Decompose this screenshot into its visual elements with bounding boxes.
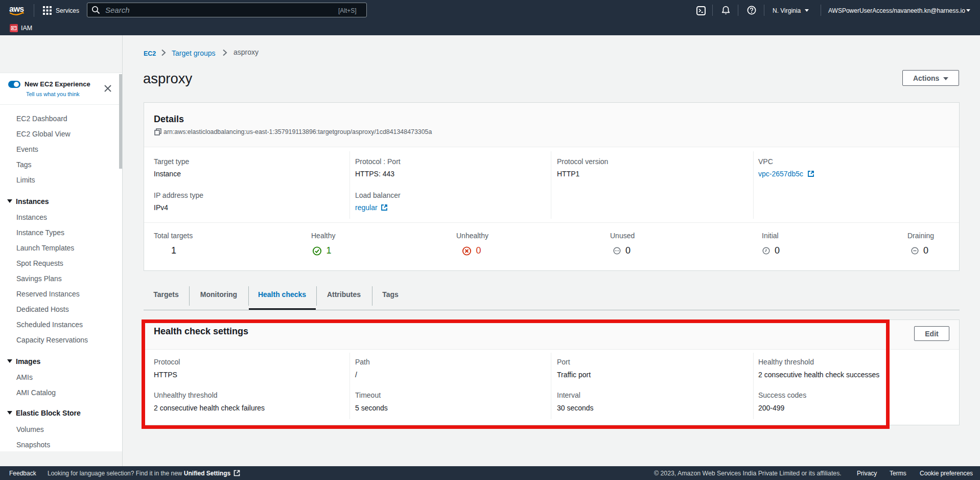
svg-text:aws: aws (9, 5, 24, 13)
